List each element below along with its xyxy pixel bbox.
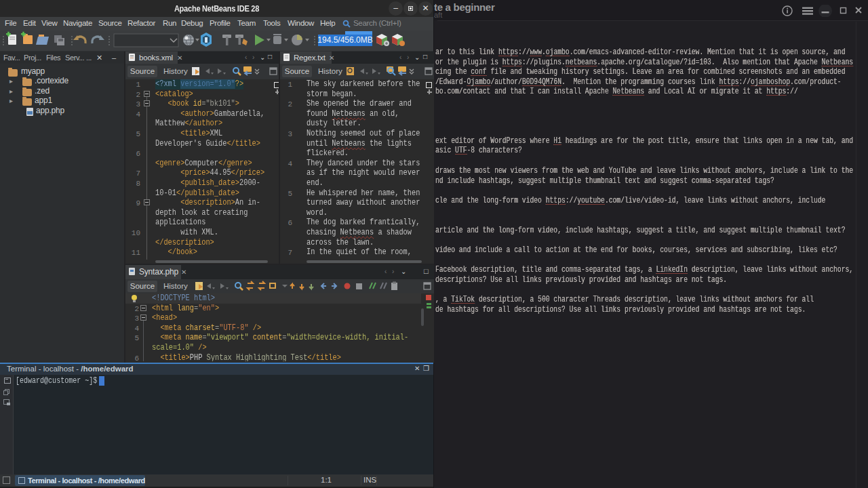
svg-text:194.5/456.0MB: 194.5/456.0MB — [317, 35, 372, 45]
